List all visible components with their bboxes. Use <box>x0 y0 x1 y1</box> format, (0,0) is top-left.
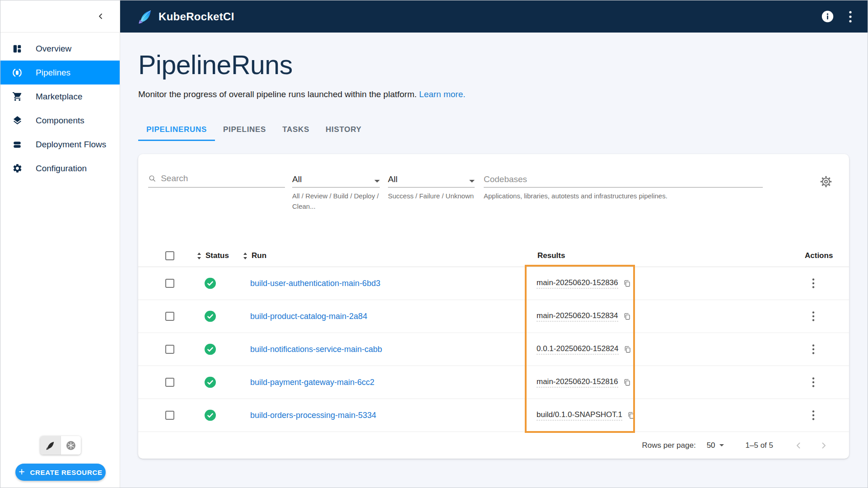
row-checkbox[interactable] <box>165 345 174 354</box>
next-page-button[interactable] <box>818 440 829 451</box>
page-title: PipelineRuns <box>138 50 293 80</box>
row-actions-menu[interactable] <box>812 410 815 421</box>
pipeline-type-select[interactable]: All <box>292 171 380 188</box>
row-actions-menu[interactable] <box>812 377 815 388</box>
kebab-menu-icon <box>812 278 815 289</box>
run-link[interactable]: build-orders-processing-main-5334 <box>250 411 376 420</box>
sidebar-nav: Overview Pipelines Marketplace Component… <box>0 33 120 180</box>
learn-more-link[interactable]: Learn more. <box>419 89 465 99</box>
chevron-down-icon <box>469 180 475 183</box>
sidebar-item-pipelines[interactable]: Pipelines <box>0 61 120 84</box>
page-description: Monitor the progress of overall pipeline… <box>138 89 466 99</box>
sidebar-item-deployment-flows[interactable]: Deployment Flows <box>0 132 120 156</box>
copy-button[interactable] <box>623 312 631 321</box>
sidebar-item-label: Marketplace <box>36 92 83 102</box>
column-run[interactable]: Run <box>252 251 266 260</box>
search-icon <box>148 174 156 183</box>
cart-icon <box>12 91 23 102</box>
table-settings-button[interactable] <box>819 175 833 188</box>
pipelineruns-card: All All / Review / Build / Deploy / Clea… <box>138 154 849 459</box>
plus-icon: + <box>19 467 25 477</box>
gear-icon <box>12 163 23 174</box>
result-value[interactable]: main-20250620-152836 <box>537 278 618 289</box>
rows-per-page-value: 50 <box>707 441 715 450</box>
status-success-icon <box>205 278 216 289</box>
run-link[interactable]: build-notifications-service-main-cabb <box>250 345 382 354</box>
sidebar-item-overview[interactable]: Overview <box>0 37 120 61</box>
copy-button[interactable] <box>623 378 631 387</box>
sidebar-item-configuration[interactable]: Configuration <box>0 156 120 180</box>
kebab-menu-icon <box>812 344 815 355</box>
kubernetes-view-toggle-button[interactable] <box>61 436 81 455</box>
sidebar: Overview Pipelines Marketplace Component… <box>0 0 120 488</box>
sort-icon[interactable] <box>197 252 201 260</box>
brand-name: KubeRocketCI <box>159 10 234 23</box>
row-actions-menu[interactable] <box>812 311 815 322</box>
row-checkbox[interactable] <box>165 378 174 387</box>
kebab-menu-icon <box>812 377 815 388</box>
description-text: Monitor the progress of overall pipeline… <box>138 89 417 99</box>
sidebar-item-label: Overview <box>36 44 71 54</box>
krci-view-toggle-button[interactable] <box>40 436 61 455</box>
codebases-helper: Applications, libraries, autotests and i… <box>484 191 667 202</box>
top-app-bar: KubeRocketCI <box>120 0 868 33</box>
copy-button[interactable] <box>627 411 635 420</box>
view-toggle <box>40 436 81 455</box>
sort-icon[interactable] <box>243 252 247 260</box>
helper-line: All / Review / Build / Deploy / <box>292 191 387 202</box>
pipelines-icon <box>12 67 23 78</box>
tab-pipelines[interactable]: PIPELINES <box>215 119 274 141</box>
kuberocketci-logo-icon <box>137 9 153 24</box>
chevron-down-icon <box>719 444 724 446</box>
column-status[interactable]: Status <box>205 251 229 260</box>
run-link[interactable]: build-product-catalog-main-2a84 <box>250 312 367 321</box>
main-content: PipelineRuns Monitor the progress of ove… <box>120 33 868 488</box>
result-value[interactable]: build/0.1.0-SNAPSHOT.1 <box>537 410 622 421</box>
collapse-sidebar-button[interactable] <box>96 12 105 21</box>
row-checkbox[interactable] <box>165 411 174 420</box>
tab-pipelineruns[interactable]: PIPELINERUNS <box>138 119 215 141</box>
create-resource-label: CREATE RESOURCE <box>30 469 102 476</box>
kubernetes-icon <box>65 440 76 451</box>
sidebar-item-marketplace[interactable]: Marketplace <box>0 84 120 108</box>
tab-tasks[interactable]: TASKS <box>274 119 317 141</box>
table-row: build-user-authentication-main-6bd3 main… <box>138 267 849 300</box>
pipeline-type-value: All <box>292 174 374 184</box>
previous-page-button[interactable] <box>793 440 804 451</box>
run-link[interactable]: build-payment-gateway-main-6cc2 <box>250 378 374 387</box>
row-actions-menu[interactable] <box>812 278 815 289</box>
rows-per-page-select[interactable]: 50 <box>707 441 724 450</box>
brand: KubeRocketCI <box>137 9 234 24</box>
result-value[interactable]: main-20250620-152834 <box>537 311 618 322</box>
copy-button[interactable] <box>623 345 632 354</box>
tab-history[interactable]: HISTORY <box>317 119 370 141</box>
result-value[interactable]: 0.0.1-20250620-152824 <box>537 344 619 355</box>
pagination-range: 1–5 of 5 <box>746 441 773 450</box>
codebases-field[interactable] <box>484 171 763 188</box>
sidebar-item-components[interactable]: Components <box>0 108 120 132</box>
status-select[interactable]: All <box>388 171 475 188</box>
column-actions: Actions <box>805 251 833 260</box>
table-row: build-orders-processing-main-5334 build/… <box>138 399 849 432</box>
create-resource-button[interactable]: + CREATE RESOURCE <box>15 464 106 481</box>
pipeline-type-helper: All / Review / Build / Deploy / Clean... <box>292 191 387 211</box>
codebases-input[interactable] <box>484 174 763 184</box>
topbar-actions <box>821 10 852 23</box>
info-button[interactable] <box>821 10 834 23</box>
sidebar-item-label: Pipelines <box>36 68 70 78</box>
helper-line: Clean... <box>292 202 387 212</box>
search-input[interactable] <box>161 174 285 183</box>
copy-icon <box>623 279 631 288</box>
status-success-icon <box>205 311 216 322</box>
feather-icon <box>45 441 55 450</box>
status-value: All <box>388 174 469 184</box>
search-field[interactable] <box>148 171 285 188</box>
row-checkbox[interactable] <box>165 279 174 288</box>
copy-button[interactable] <box>623 279 631 288</box>
result-value[interactable]: main-20250620-152816 <box>537 377 618 388</box>
select-all-checkbox[interactable] <box>165 251 174 260</box>
more-menu-button[interactable] <box>849 10 852 23</box>
run-link[interactable]: build-user-authentication-main-6bd3 <box>250 279 380 288</box>
row-checkbox[interactable] <box>165 312 174 321</box>
row-actions-menu[interactable] <box>812 344 815 355</box>
